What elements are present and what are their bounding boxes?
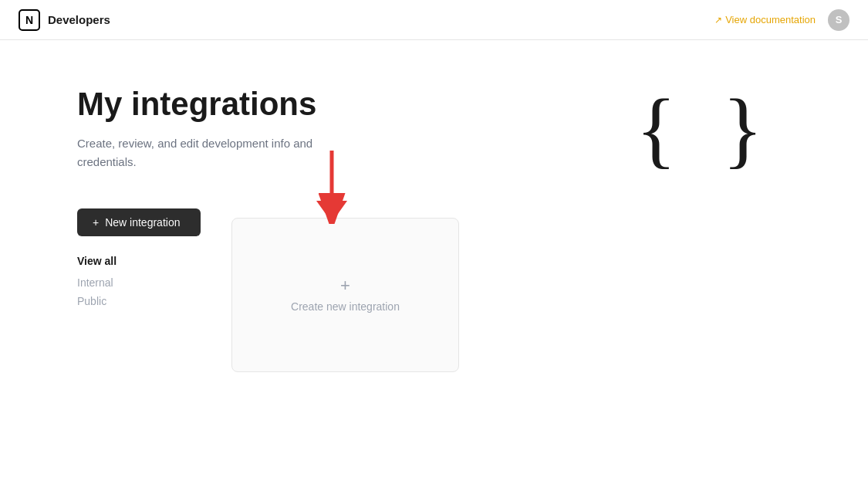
- open-brace: {: [636, 82, 689, 176]
- new-integration-button[interactable]: + New integration: [77, 208, 201, 236]
- sidebar-item-public[interactable]: Public: [77, 292, 201, 310]
- create-plus-icon: +: [340, 277, 350, 294]
- header-right: ↗ View documentation S: [714, 9, 849, 31]
- create-new-integration-card[interactable]: + Create new integration: [231, 218, 459, 372]
- view-docs-link[interactable]: ↗ View documentation: [714, 14, 816, 25]
- card-area: + Create new integration: [231, 208, 459, 372]
- sidebar-item-internal[interactable]: Internal: [77, 273, 201, 292]
- avatar[interactable]: S: [828, 9, 849, 31]
- header-left: N Developers: [19, 9, 110, 31]
- header-title: Developers: [48, 13, 110, 26]
- page-title: My integrations: [77, 86, 540, 122]
- notion-logo: N: [19, 9, 40, 31]
- header: N Developers ↗ View documentation S: [0, 0, 868, 40]
- external-link-icon: ↗: [714, 15, 722, 25]
- new-integration-label: New integration: [105, 216, 180, 229]
- create-card-label: Create new integration: [291, 300, 400, 313]
- svg-marker-2: [316, 201, 347, 222]
- view-all-nav[interactable]: View all: [77, 252, 201, 270]
- avatar-initial: S: [836, 14, 843, 25]
- curly-braces-decoration: { }: [636, 86, 775, 171]
- view-docs-label: View documentation: [725, 14, 816, 25]
- close-brace: }: [722, 82, 775, 176]
- content-left: My integrations Create, review, and edit…: [77, 86, 540, 372]
- red-arrow-icon: [309, 147, 355, 224]
- logo-letter: N: [25, 14, 33, 26]
- main-content: My integrations Create, review, and edit…: [0, 40, 868, 403]
- sidebar-nav: + New integration View all Internal Publ…: [77, 208, 201, 310]
- red-arrow-container: [309, 147, 355, 224]
- actions-area: + New integration View all Internal Publ…: [77, 208, 540, 372]
- plus-prefix: +: [93, 216, 99, 229]
